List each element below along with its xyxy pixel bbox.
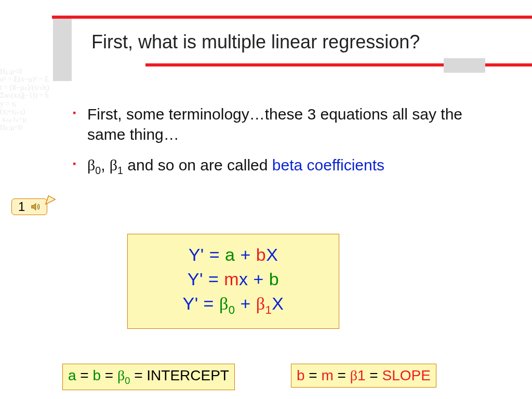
page-title: First, what is multiple linear regressio… [91, 31, 420, 53]
decoration-gray-left [53, 19, 72, 81]
separator: , [101, 156, 110, 174]
slope-sub1: 1 [357, 367, 366, 383]
eq2-y: Y' = [188, 269, 224, 289]
beta-symbol: β [87, 156, 95, 174]
eq3-beta0: β [219, 294, 229, 313]
subscript-1: 1 [117, 165, 123, 176]
intercept-label: INTERCEPT [147, 367, 229, 383]
bullet-list: First, some terminology…these 3 equation… [73, 104, 501, 188]
eq1-y: Y' = [189, 245, 225, 264]
background-math-decoration: H₁:μ<0 σ² = E(x−μ)² = E t = (x̄−μ₀)/(s/√… [0, 68, 57, 265]
eq-text: = [101, 367, 117, 383]
callout-box: 1 [11, 198, 47, 215]
eq1-a: a [225, 245, 235, 264]
equations-box: Y' = a + bX Y' = mx + b Y' = β0 + β1X [127, 234, 339, 329]
slope-box: b = m = β1 = SLOPE [291, 364, 436, 388]
beta-symbol: β [110, 156, 117, 174]
eq2-plus: + [248, 269, 269, 289]
subscript-0: 0 [95, 165, 101, 176]
decoration-rule-top [52, 16, 532, 19]
slope-beta: β [350, 367, 357, 383]
intercept-beta: β [117, 367, 125, 383]
eq-text: = [76, 367, 93, 383]
callout-arrow-icon [45, 194, 56, 205]
equation-row-3: Y' = β0 + β1X [137, 294, 329, 317]
intercept-a: a [68, 367, 76, 383]
slope-label: SLOPE [382, 367, 431, 383]
annotation-callout: 1 [11, 198, 47, 215]
eq3-sub0: 0 [229, 303, 235, 316]
eq3-sub1: 1 [265, 303, 272, 316]
eq1-b: b [256, 245, 266, 264]
speaker-icon [30, 201, 42, 212]
slope-m: m [322, 367, 334, 383]
equation-row-1: Y' = a + bX [137, 245, 329, 265]
slope-b: b [297, 367, 305, 383]
intercept-sub0: 0 [125, 376, 130, 386]
term-beta-coefficients: beta coefficients [272, 156, 384, 174]
eq3-beta1: β [256, 294, 265, 313]
eq1-plus: + [235, 245, 256, 264]
eq2-b: b [269, 269, 279, 289]
list-item: β0, β1 and so on are called beta coeffic… [73, 155, 501, 177]
eq-text: = [305, 367, 322, 383]
eq2-m: m [224, 269, 239, 289]
eq1-x: X [266, 245, 278, 264]
intercept-box: a = b = β0 = INTERCEPT [62, 364, 235, 390]
equation-row-2: Y' = mx + b [137, 269, 329, 289]
intercept-b: b [93, 367, 101, 383]
decoration-gray-right [444, 58, 485, 73]
bullet-mid-text: and so on are called [123, 156, 272, 174]
list-item: First, some terminology…these 3 equation… [73, 104, 501, 144]
eq3-x: X [272, 294, 284, 313]
eq3-y: Y' = [182, 294, 219, 313]
eq3-plus: + [235, 294, 256, 313]
eq-text: = [334, 367, 350, 383]
eq2-x: x [239, 269, 248, 289]
callout-number: 1 [18, 200, 25, 214]
eq-text: = [130, 367, 147, 383]
eq-text: = [366, 367, 382, 383]
